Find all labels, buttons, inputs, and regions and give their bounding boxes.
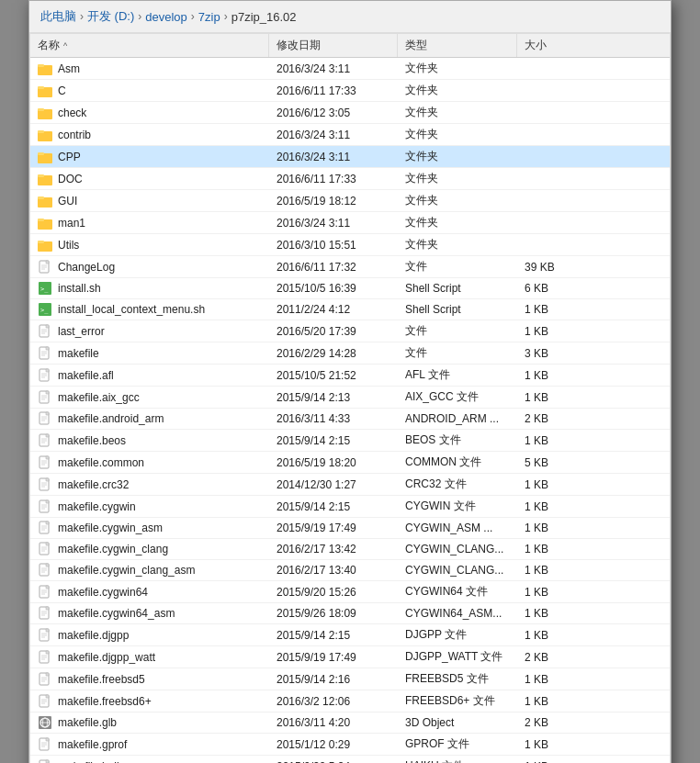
file-list: 名称 ^ 修改日期 类型 大小 Asm 2016/3/24 3:11 文件夹 xyxy=(29,33,671,763)
file-size xyxy=(517,146,581,167)
file-date: 2016/2/17 13:40 xyxy=(269,560,398,580)
table-row[interactable]: Utils 2016/3/10 15:51 文件夹 xyxy=(30,234,670,256)
folder-icon xyxy=(38,238,52,252)
table-row[interactable]: makefile.cygwin 2015/9/14 2:15 CYGWIN 文件… xyxy=(30,496,670,518)
file-size xyxy=(517,190,581,211)
table-row[interactable]: makefile.afl 2015/10/5 21:52 AFL 文件 1 KB xyxy=(30,365,670,387)
file-date: 2015/9/14 2:13 xyxy=(269,387,398,408)
file-name-text: makefile.common xyxy=(58,456,144,469)
file-size: 39 KB xyxy=(517,256,581,277)
file-size: 2 KB xyxy=(517,713,581,733)
file-date: 2015/9/14 2:16 xyxy=(269,668,398,690)
svg-rect-9 xyxy=(38,152,44,155)
file-size xyxy=(517,212,581,233)
file-type: AIX_GCC 文件 xyxy=(398,387,517,408)
file-size xyxy=(517,80,581,101)
shell-script-icon: >_ xyxy=(38,281,52,296)
breadcrumb-item-computer[interactable]: 此电脑 xyxy=(40,8,76,25)
table-row[interactable]: makefile.cygwin_clang_asm 2016/2/17 13:4… xyxy=(30,560,670,581)
file-name: makefile.afl xyxy=(30,365,269,386)
table-row[interactable]: last_error 2016/5/20 17:39 文件 1 KB xyxy=(30,320,670,342)
header-name[interactable]: 名称 ^ xyxy=(30,34,269,57)
table-row[interactable]: >_ install_local_context_menu.sh 2011/2/… xyxy=(30,299,670,320)
sort-arrow: ^ xyxy=(63,41,67,50)
file-icon xyxy=(38,499,52,514)
file-date: 2015/9/30 5:34 xyxy=(269,756,398,763)
table-row[interactable]: GUI 2016/5/19 18:12 文件夹 xyxy=(30,190,670,212)
folder-icon xyxy=(38,194,52,208)
table-row[interactable]: C 2016/6/11 17:33 文件夹 xyxy=(30,80,670,102)
table-row[interactable]: man1 2016/3/24 3:11 文件夹 xyxy=(30,212,670,234)
file-name: makefile.cygwin xyxy=(30,496,269,517)
file-name-text: makefile xyxy=(58,347,99,360)
file-name: makefile.cygwin_asm xyxy=(30,518,269,538)
table-row[interactable]: makefile.freebsd5 2015/9/14 2:16 FREEBSD… xyxy=(30,668,670,690)
table-row[interactable]: >_ install.sh 2015/10/5 16:39 Shell Scri… xyxy=(30,278,670,299)
table-row[interactable]: makefile.freebsd6+ 2016/3/2 12:06 FREEBS… xyxy=(30,690,670,713)
file-size: 1 KB xyxy=(517,474,581,495)
file-icon xyxy=(38,368,52,383)
header-size[interactable]: 大小 xyxy=(517,34,581,57)
table-row[interactable]: makefile.glb 2016/3/11 4:20 3D Object 2 … xyxy=(30,713,670,734)
table-row[interactable]: makefile.djgpp 2015/9/14 2:15 DJGPP 文件 1… xyxy=(30,624,670,646)
table-row[interactable]: contrib 2016/3/24 3:11 文件夹 xyxy=(30,124,670,146)
table-row[interactable]: DOC 2016/6/11 17:33 文件夹 xyxy=(30,168,670,190)
table-row[interactable]: makefile.beos 2015/9/14 2:15 BEOS 文件 1 K… xyxy=(30,430,670,452)
table-row[interactable]: makefile.cygwin64 2015/9/20 15:26 CYGWIN… xyxy=(30,581,670,603)
table-row[interactable]: Asm 2016/3/24 3:11 文件夹 xyxy=(30,58,670,80)
file-type: 文件夹 xyxy=(398,102,517,123)
table-row[interactable]: makefile.aix_gcc 2015/9/14 2:13 AIX_GCC … xyxy=(30,387,670,409)
svg-rect-17 xyxy=(38,241,44,243)
header-name-label: 名称 xyxy=(38,38,60,53)
file-name: makefile.cygwin_clang xyxy=(30,539,269,559)
file-type: CYGWIN_ASM ... xyxy=(398,518,517,538)
file-name-text: makefile.cygwin_asm xyxy=(58,522,163,534)
file-type: AFL 文件 xyxy=(398,365,517,386)
file-name: CPP xyxy=(30,146,269,167)
file-name: makefile.aix_gcc xyxy=(30,387,269,408)
table-row[interactable]: CPP 2016/3/24 3:11 文件夹 xyxy=(30,146,670,168)
file-date: 2016/3/2 12:06 xyxy=(269,690,398,712)
table-row[interactable]: makefile.djgpp_watt 2015/9/19 17:49 DJGP… xyxy=(30,646,670,668)
file-name: last_error xyxy=(30,320,269,342)
file-type: COMMON 文件 xyxy=(398,452,517,473)
table-row[interactable]: makefile.android_arm 2016/3/11 4:33 ANDR… xyxy=(30,409,670,430)
breadcrumb-item-drive[interactable]: 开发 (D:) xyxy=(87,8,134,25)
header-date[interactable]: 修改日期 xyxy=(269,34,398,57)
file-type: CYGWIN 文件 xyxy=(398,496,517,517)
file-type: DJGPP 文件 xyxy=(398,624,517,645)
table-row[interactable]: makefile.cygwin_clang 2016/2/17 13:42 CY… xyxy=(30,539,670,560)
table-row[interactable]: makefile.crc32 2014/12/30 1:27 CRC32 文件 … xyxy=(30,474,670,496)
table-row[interactable]: makefile 2016/2/29 14:28 文件 3 KB xyxy=(30,342,670,365)
file-icon xyxy=(38,650,52,665)
breadcrumb-item-7zip[interactable]: 7zip xyxy=(198,10,220,24)
table-row[interactable]: makefile.cygwin64_asm 2015/9/26 18:09 CY… xyxy=(30,603,670,624)
file-name: >_ install.sh xyxy=(30,278,269,298)
file-type: Shell Script xyxy=(398,278,517,298)
file-name: DOC xyxy=(30,168,269,189)
svg-text:>_: >_ xyxy=(40,286,49,293)
file-type: 文件夹 xyxy=(398,234,517,255)
breadcrumb-item-develop[interactable]: develop xyxy=(145,10,187,24)
file-date: 2015/1/12 0:29 xyxy=(269,734,398,755)
folder-icon xyxy=(38,62,52,76)
header-type[interactable]: 类型 xyxy=(398,34,517,57)
file-name-text: makefile.cygwin_clang xyxy=(58,543,168,555)
table-row[interactable]: makefile.common 2016/5/19 18:20 COMMON 文… xyxy=(30,452,670,474)
file-type: CRC32 文件 xyxy=(398,474,517,495)
file-date: 2016/3/24 3:11 xyxy=(269,146,398,167)
svg-rect-13 xyxy=(38,196,44,199)
table-row[interactable]: ChangeLog 2016/6/11 17:32 文件 39 KB xyxy=(30,256,670,278)
file-name-text: man1 xyxy=(58,217,85,230)
file-size: 1 KB xyxy=(517,560,581,580)
table-row[interactable]: makefile.gprof 2015/1/12 0:29 GPROF 文件 1… xyxy=(30,734,670,756)
file-date: 2016/5/20 17:39 xyxy=(269,320,398,342)
file-date: 2015/9/14 2:15 xyxy=(269,624,398,645)
file-name-text: makefile.cygwin64 xyxy=(58,586,148,599)
table-row[interactable]: makefile.haiku 2015/9/30 5:34 HAIKU 文件 1… xyxy=(30,756,670,763)
file-icon xyxy=(38,737,52,752)
file-icon xyxy=(38,563,52,578)
file-date: 2016/2/29 14:28 xyxy=(269,342,398,364)
table-row[interactable]: makefile.cygwin_asm 2015/9/19 17:49 CYGW… xyxy=(30,518,670,539)
table-row[interactable]: check 2016/6/12 3:05 文件夹 xyxy=(30,102,670,124)
